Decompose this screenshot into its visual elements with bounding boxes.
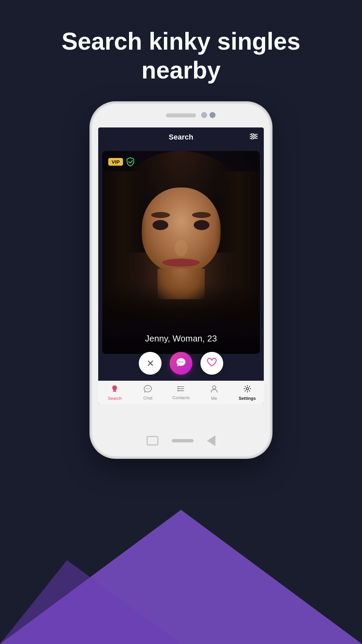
page-title: Search kinky singles nearby <box>0 27 362 85</box>
vip-badge: VIP <box>108 157 135 166</box>
search-nav-icon <box>111 385 119 395</box>
chat-nav-label: Chat <box>143 395 152 400</box>
app-header-title: Search <box>169 133 193 142</box>
contacts-nav-label: Contacts <box>172 395 189 400</box>
profile-name-overlay: Jenny, Woman, 23 <box>102 333 260 344</box>
phone-mockup: Search <box>92 104 270 456</box>
dismiss-icon: ✕ <box>146 358 154 369</box>
phone-bottom-buttons <box>147 435 216 446</box>
app-header: Search <box>98 127 264 147</box>
nav-chat[interactable]: Chat <box>136 385 160 400</box>
svg-point-10 <box>182 361 183 362</box>
dismiss-button[interactable]: ✕ <box>139 352 162 375</box>
chat-button[interactable] <box>170 352 192 375</box>
profile-card: VIP Jenny, Woman, 23 ✕ <box>98 147 264 381</box>
chat-nav-icon <box>144 385 152 394</box>
phone-camera2 <box>209 112 216 118</box>
svg-point-9 <box>181 361 182 362</box>
nav-search[interactable]: Search <box>103 385 126 401</box>
svg-point-20 <box>213 386 216 389</box>
chat-icon <box>176 358 186 369</box>
phone-speaker <box>166 113 196 117</box>
nav-settings[interactable]: Settings <box>236 385 259 401</box>
svg-point-18 <box>177 388 179 389</box>
phone-camera <box>201 112 207 118</box>
phone-button-home <box>172 439 194 442</box>
svg-point-8 <box>179 361 180 362</box>
svg-point-17 <box>177 386 179 387</box>
bottom-nav: Search Chat <box>98 381 264 404</box>
verified-icon <box>126 157 135 166</box>
profile-image: VIP Jenny, Woman, 23 <box>102 151 260 354</box>
phone-screen: Search <box>98 127 264 404</box>
nav-contacts[interactable]: Contacts <box>169 385 193 400</box>
like-icon <box>206 357 217 369</box>
profile-image-overlay <box>102 287 260 354</box>
svg-point-12 <box>147 388 148 389</box>
phone-button-recents <box>147 436 159 445</box>
me-nav-label: Me <box>211 396 217 401</box>
nav-me[interactable]: Me <box>202 385 226 401</box>
search-nav-label: Search <box>108 396 122 401</box>
settings-nav-icon <box>243 385 251 395</box>
svg-point-19 <box>177 390 179 391</box>
svg-point-11 <box>146 388 147 389</box>
svg-point-7 <box>251 138 253 140</box>
me-nav-icon <box>210 385 218 395</box>
filter-icon[interactable] <box>250 133 258 141</box>
svg-point-6 <box>254 136 256 138</box>
like-button[interactable] <box>200 352 223 375</box>
svg-point-13 <box>149 388 149 389</box>
contacts-nav-icon <box>177 385 185 394</box>
settings-nav-label: Settings <box>239 396 256 401</box>
action-buttons: ✕ <box>98 352 264 375</box>
svg-point-5 <box>251 133 253 136</box>
phone-button-back <box>207 435 216 446</box>
svg-point-21 <box>246 387 248 390</box>
profile-name: Jenny, Woman, 23 <box>145 333 217 343</box>
vip-tag: VIP <box>108 158 123 166</box>
